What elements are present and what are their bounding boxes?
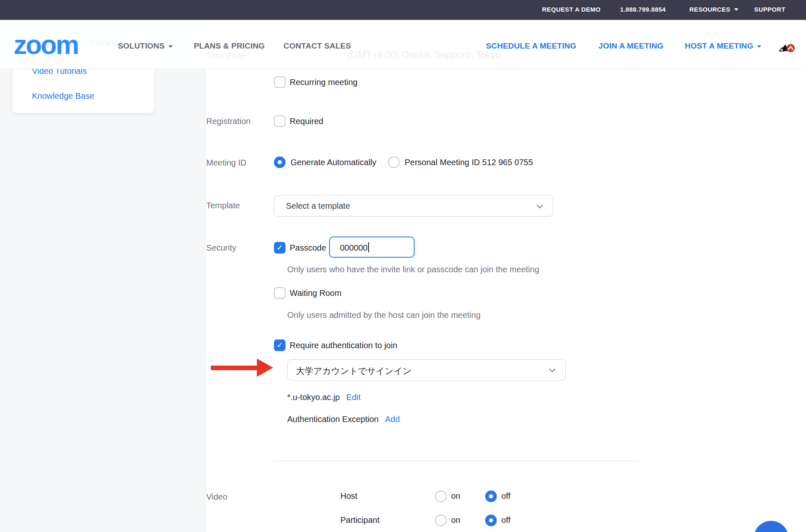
- participant-video-on-label[interactable]: on: [451, 515, 460, 525]
- request-demo-link[interactable]: REQUEST A DEMO: [542, 6, 601, 13]
- section-divider: [273, 461, 638, 461]
- personal-meeting-id-label[interactable]: Personal Meeting ID 512 965 0755: [405, 158, 533, 167]
- recurring-meeting-label: Recurring meeting: [290, 78, 357, 87]
- require-authentication-label: Require authentication to join: [290, 341, 397, 350]
- nav-host-meeting[interactable]: HOST A MEETING: [685, 41, 761, 51]
- video-label: Video: [206, 492, 227, 502]
- waiting-room-help-text: Only users admitted by the host can join…: [287, 310, 481, 320]
- support-link[interactable]: SUPPORT: [754, 6, 785, 13]
- auth-exception-row: Authentication Exception Add: [287, 415, 400, 424]
- nav-contact-sales[interactable]: CONTACT SALES: [283, 41, 351, 51]
- passcode-input[interactable]: 000000: [329, 237, 415, 258]
- chevron-down-icon: [549, 366, 556, 373]
- authentication-method-select[interactable]: 大学アカウントでサインイン: [287, 359, 566, 381]
- registration-required-label: Required: [290, 117, 323, 126]
- authentication-method-value: 大学アカウントでサインイン: [296, 365, 411, 377]
- recurring-meeting-checkbox[interactable]: [274, 76, 286, 88]
- main-navbar: zoom SOLUTIONS PLANS & PRICING CONTACT S…: [0, 20, 806, 69]
- passcode-value: 000000: [340, 243, 368, 252]
- auth-domain-row: *.u-tokyo.ac.jp Edit: [287, 393, 361, 402]
- profile-avatar[interactable]: [777, 35, 797, 55]
- chevron-down-icon: [537, 202, 543, 209]
- waiting-room-checkbox[interactable]: [274, 287, 286, 299]
- resources-menu[interactable]: RESOURCES: [689, 6, 738, 13]
- auth-exception-label: Authentication Exception: [287, 415, 379, 424]
- mountain-logo-icon: [777, 35, 797, 55]
- host-video-off-label[interactable]: off: [501, 491, 510, 501]
- personal-meeting-id-radio[interactable]: [388, 156, 400, 168]
- require-authentication-checkbox[interactable]: ✓: [274, 339, 286, 351]
- participant-video-off-radio[interactable]: [485, 515, 497, 526]
- caret-down-icon: [169, 45, 173, 48]
- generate-automatically-radio[interactable]: [274, 156, 286, 168]
- nav-host-meeting-label: HOST A MEETING: [685, 41, 753, 50]
- nav-plans-pricing[interactable]: PLANS & PRICING: [194, 41, 265, 51]
- host-label: Host: [340, 491, 357, 501]
- passcode-help-text: Only users who have the invite link or p…: [287, 265, 539, 274]
- phone-number[interactable]: 1.888.799.8854: [620, 6, 666, 13]
- zoom-logo[interactable]: zoom: [14, 32, 78, 58]
- caret-down-icon: [757, 45, 761, 48]
- nav-solutions[interactable]: SOLUTIONS: [118, 41, 173, 51]
- passcode-checkbox[interactable]: ✓: [274, 242, 286, 254]
- nav-schedule-meeting[interactable]: SCHEDULE A MEETING: [486, 41, 576, 51]
- text-cursor: [368, 242, 369, 252]
- help-chat-button[interactable]: [754, 521, 789, 532]
- arrow-shaft: [211, 366, 257, 370]
- add-link[interactable]: Add: [385, 415, 400, 424]
- registration-required-checkbox[interactable]: [274, 115, 286, 127]
- template-label: Template: [206, 201, 240, 210]
- security-label: Security: [206, 243, 236, 253]
- participant-video-off-label[interactable]: off: [501, 515, 510, 525]
- utility-topbar: REQUEST A DEMO 1.888.799.8854 RESOURCES …: [0, 0, 806, 20]
- zoom-schedule-meeting-page: Training Time Zone (GMT+9:00) Osaka, Sap…: [0, 0, 806, 532]
- template-select[interactable]: Select a template: [274, 195, 553, 217]
- host-video-on-label[interactable]: on: [451, 491, 460, 501]
- meeting-id-label: Meeting ID: [206, 158, 247, 168]
- host-video-on-radio[interactable]: [435, 491, 447, 502]
- resources-label: RESOURCES: [689, 6, 730, 13]
- nav-solutions-label: SOLUTIONS: [118, 41, 165, 50]
- sidebar-item-knowledge-base[interactable]: Knowledge Base: [32, 91, 94, 101]
- participant-label: Participant: [340, 515, 380, 525]
- caret-down-icon: [734, 8, 738, 11]
- waiting-room-label: Waiting Room: [290, 288, 342, 298]
- red-annotation-arrow: [211, 359, 273, 377]
- edit-link[interactable]: Edit: [346, 393, 360, 402]
- arrow-head: [257, 359, 273, 377]
- host-video-off-radio[interactable]: [485, 491, 497, 502]
- auth-domain-value: *.u-tokyo.ac.jp: [287, 393, 340, 402]
- nav-join-meeting[interactable]: JOIN A MEETING: [598, 41, 664, 51]
- template-select-value: Select a template: [286, 201, 350, 211]
- passcode-label: Passcode: [290, 243, 326, 253]
- generate-automatically-label[interactable]: Generate Automatically: [291, 158, 376, 167]
- participant-video-on-radio[interactable]: [435, 515, 447, 526]
- registration-label: Registration: [206, 117, 251, 126]
